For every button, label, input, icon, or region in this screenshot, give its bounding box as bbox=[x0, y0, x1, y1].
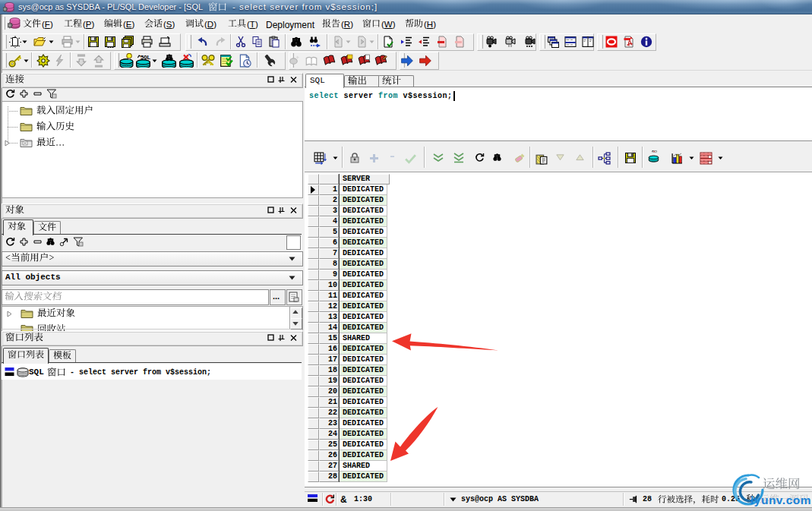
svg-text:50L: 50L bbox=[141, 54, 150, 61]
